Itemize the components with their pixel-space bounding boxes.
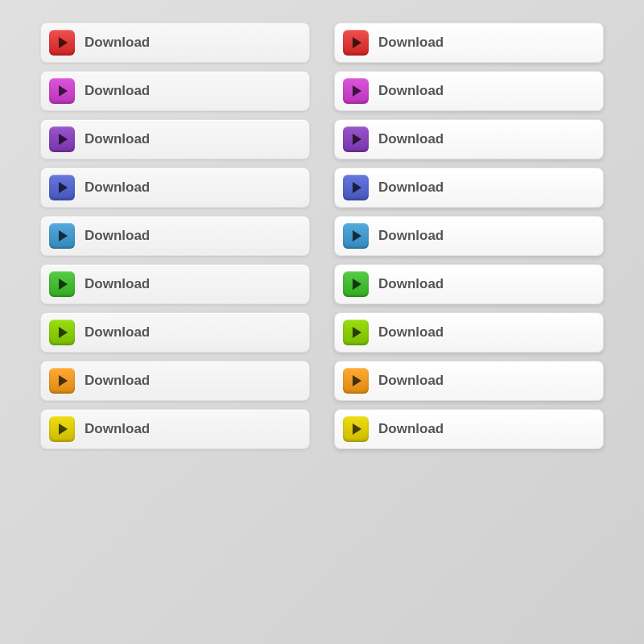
download-label-red: Download: [85, 35, 150, 51]
play-arrow: [353, 134, 361, 145]
download-label-pink: Download: [85, 83, 150, 99]
play-icon-blue-dark: [49, 175, 75, 200]
download-label-purple: Download: [378, 131, 444, 147]
download-label-blue-dark: Download: [378, 180, 444, 196]
play-icon-purple: [49, 126, 75, 152]
play-arrow: [59, 85, 68, 97]
play-arrow: [59, 279, 68, 290]
play-arrow: [353, 375, 361, 386]
download-label-green-dark: Download: [85, 276, 150, 292]
download-button-yellow-hover[interactable]: Download: [334, 409, 604, 449]
play-arrow: [353, 85, 361, 97]
play-icon-blue-dark: [343, 175, 369, 200]
play-arrow: [353, 230, 361, 242]
hover-column: DownloadDownloadDownloadDownloadDownload…: [334, 23, 604, 449]
play-icon-yellow: [49, 416, 75, 442]
play-icon-pink: [49, 78, 75, 104]
download-button-blue-dark-hover[interactable]: Download: [334, 167, 604, 208]
play-icon-orange: [49, 368, 75, 394]
download-button-purple[interactable]: Download: [40, 119, 310, 159]
download-button-orange-hover[interactable]: Download: [334, 361, 604, 401]
play-arrow: [353, 182, 361, 193]
download-button-orange[interactable]: Download: [40, 361, 310, 401]
download-button-green-dark-hover[interactable]: Download: [334, 264, 604, 304]
play-icon-green-dark: [49, 271, 75, 297]
play-icon-purple: [343, 126, 369, 152]
download-button-pink[interactable]: Download: [40, 71, 310, 111]
play-icon-blue-light: [343, 223, 369, 249]
download-label-green-dark: Download: [378, 276, 444, 292]
play-arrow: [59, 375, 68, 386]
download-button-green-lime-hover[interactable]: Download: [334, 312, 604, 353]
play-arrow: [353, 37, 361, 48]
download-button-green-dark[interactable]: Download: [40, 264, 310, 304]
normal-column: DownloadDownloadDownloadDownloadDownload…: [40, 23, 310, 449]
download-button-blue-light[interactable]: Download: [40, 216, 310, 256]
download-label-orange: Download: [378, 373, 444, 389]
download-button-purple-hover[interactable]: Download: [334, 119, 604, 159]
play-icon-orange: [343, 368, 369, 394]
play-arrow: [353, 279, 361, 290]
play-arrow: [59, 423, 68, 435]
play-icon-green-lime: [49, 320, 75, 345]
play-icon-red: [343, 30, 369, 56]
download-label-blue-light: Download: [378, 228, 444, 244]
play-icon-pink: [343, 78, 369, 104]
download-label-blue-light: Download: [85, 228, 150, 244]
play-icon-yellow: [343, 416, 369, 442]
download-label-yellow: Download: [378, 421, 444, 437]
play-arrow: [59, 37, 68, 48]
download-button-yellow[interactable]: Download: [40, 409, 310, 449]
download-button-pink-hover[interactable]: Download: [334, 71, 604, 111]
download-button-red-hover[interactable]: Download: [334, 23, 604, 63]
download-label-green-lime: Download: [85, 324, 150, 341]
play-arrow: [59, 230, 68, 242]
download-label-orange: Download: [85, 373, 150, 389]
download-label-green-lime: Download: [378, 324, 444, 341]
play-icon-blue-light: [49, 223, 75, 249]
download-button-blue-light-hover[interactable]: Download: [334, 216, 604, 256]
download-label-yellow: Download: [85, 421, 150, 437]
button-columns: DownloadDownloadDownloadDownloadDownload…: [40, 23, 604, 449]
download-button-blue-dark[interactable]: Download: [40, 167, 310, 208]
download-label-pink: Download: [378, 83, 444, 99]
download-button-green-lime[interactable]: Download: [40, 312, 310, 353]
play-icon-red: [49, 30, 75, 56]
play-icon-green-lime: [343, 320, 369, 345]
play-arrow: [353, 327, 361, 338]
play-arrow: [59, 327, 68, 338]
play-icon-green-dark: [343, 271, 369, 297]
download-label-blue-dark: Download: [85, 180, 150, 196]
play-arrow: [59, 182, 68, 193]
download-label-purple: Download: [85, 131, 150, 147]
play-arrow: [59, 134, 68, 145]
download-label-red: Download: [378, 35, 444, 51]
play-arrow: [353, 423, 361, 435]
download-button-red[interactable]: Download: [40, 23, 310, 63]
